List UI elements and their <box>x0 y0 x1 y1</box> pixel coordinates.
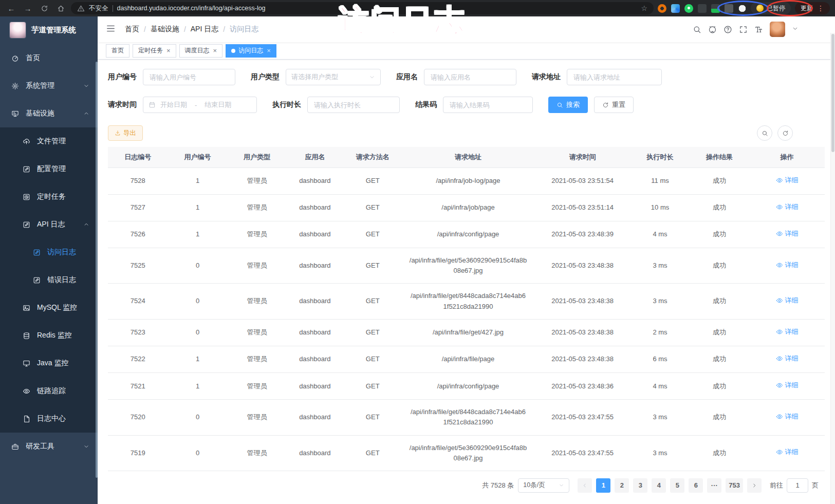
browser-home-button[interactable] <box>54 2 67 14</box>
extension-icon-grey[interactable] <box>725 4 733 13</box>
profile-paused-badge[interactable]: 已暂停 <box>751 2 791 14</box>
bookmark-star-icon[interactable]: ☆ <box>641 4 647 12</box>
detail-link[interactable]: 详细 <box>776 229 799 239</box>
extension-icon-on-badge[interactable] <box>711 4 720 13</box>
pagination-next-button[interactable] <box>747 478 762 493</box>
extension-icon-translate[interactable] <box>698 4 707 13</box>
tab-close-icon[interactable]: × <box>213 47 217 54</box>
request-url-input[interactable] <box>567 69 662 85</box>
extension-icon-blue-shield[interactable] <box>671 4 680 13</box>
sidebar-item-定时任务[interactable]: 定时任务 <box>0 183 98 211</box>
cell-method: GET <box>344 194 402 221</box>
user-avatar[interactable] <box>770 22 785 37</box>
header-search-icon[interactable] <box>693 25 701 34</box>
page-scrollbar[interactable] <box>830 33 835 504</box>
sidebar-item-MySQL 监控[interactable]: MySQL 监控 <box>0 294 98 322</box>
cell-url: /api/infra/config/page <box>402 221 534 248</box>
duration-input[interactable] <box>307 97 400 113</box>
breadcrumb-item-API 日志[interactable]: API 日志 <box>191 25 218 34</box>
sidebar-item-链路追踪[interactable]: 链路追踪 <box>0 377 98 405</box>
browser-back-button[interactable]: ← <box>5 2 17 14</box>
sidebar-item-label: Redis 监控 <box>37 331 72 340</box>
sidebar-item-错误日志[interactable]: 错误日志 <box>0 266 98 294</box>
sidebar-item-基础设施[interactable]: 基础设施 <box>0 100 98 127</box>
sidebar-item-API 日志[interactable]: API 日志 <box>0 211 98 238</box>
detail-link[interactable]: 详细 <box>776 295 799 306</box>
github-icon[interactable] <box>708 25 717 34</box>
tab-定时任务[interactable]: 定时任务× <box>133 44 176 58</box>
refresh-table-button[interactable] <box>777 125 793 141</box>
app-name-input[interactable] <box>424 69 516 85</box>
pagination-more[interactable]: ··· <box>707 478 721 493</box>
hamburger-icon[interactable] <box>106 24 116 35</box>
user-id-input[interactable] <box>143 69 235 85</box>
detail-link[interactable]: 详细 <box>776 202 799 212</box>
cell-user_type: 管理员 <box>228 435 286 471</box>
sidebar-item-系统管理[interactable]: 系统管理 <box>0 72 98 100</box>
detail-link[interactable]: 详细 <box>776 447 799 457</box>
show-search-button[interactable] <box>757 125 772 141</box>
sidebar-item-label: 研发工具 <box>26 442 54 451</box>
font-size-icon[interactable] <box>754 25 763 34</box>
pagination-prev-button[interactable] <box>578 478 592 493</box>
result-code-input[interactable] <box>443 97 533 113</box>
tab-close-icon[interactable]: × <box>166 47 171 54</box>
eye-icon <box>776 262 783 269</box>
sidebar-item-文件管理[interactable]: 文件管理 <box>0 127 98 155</box>
sidebar-item-Redis 监控[interactable]: Redis 监控 <box>0 322 98 349</box>
sidebar-item-首页[interactable]: 首页 <box>0 44 98 72</box>
browser-reload-button[interactable] <box>38 2 50 14</box>
log-center-icon <box>23 415 30 423</box>
user-type-select[interactable]: 请选择用户类型 <box>286 69 381 85</box>
pagination-page-5[interactable]: 5 <box>670 478 684 493</box>
export-button[interactable]: 导出 <box>108 125 143 141</box>
detail-link[interactable]: 详细 <box>776 260 799 270</box>
browser-url-bar[interactable]: 不安全 dashboard.yudao.iocoder.cn/infra/log… <box>71 2 654 14</box>
page-scrollbar-thumb[interactable] <box>831 34 834 152</box>
breadcrumb-item-首页[interactable]: 首页 <box>125 25 139 34</box>
cell-result: 成功 <box>690 248 749 284</box>
reset-button[interactable]: 重置 <box>594 97 634 113</box>
sidebar-item-配置管理[interactable]: 配置管理 <box>0 155 98 183</box>
date-range-picker[interactable]: 开始日期 - 结束日期 <box>143 97 257 113</box>
sidebar-item-研发工具[interactable]: 研发工具 <box>0 433 98 460</box>
pagination-page-4[interactable]: 4 <box>652 478 666 493</box>
pagination-page-1[interactable]: 1 <box>596 478 610 493</box>
detail-link[interactable]: 详细 <box>776 412 799 422</box>
fullscreen-icon[interactable] <box>739 25 748 34</box>
detail-link[interactable]: 详细 <box>776 353 799 364</box>
breadcrumb-item-基础设施[interactable]: 基础设施 <box>151 25 179 34</box>
cell-user_id: 0 <box>168 284 227 319</box>
pagination-page-6[interactable]: 6 <box>689 478 703 493</box>
avatar-caret-down-icon[interactable] <box>792 25 799 34</box>
goto-page-input[interactable] <box>787 478 808 493</box>
pagination-page-753[interactable]: 753 <box>726 478 743 493</box>
browser-forward-button[interactable]: → <box>22 2 34 14</box>
tab-调度日志[interactable]: 调度日志× <box>179 44 223 58</box>
sidebar-item-Java 监控[interactable]: Java 监控 <box>0 349 98 377</box>
browser-menu-icon[interactable]: ⋮ <box>817 4 824 12</box>
page-size-select[interactable]: 10条/页 <box>518 478 569 493</box>
pagination-total: 共 7528 条 <box>482 481 514 490</box>
detail-link[interactable]: 详细 <box>776 175 799 185</box>
extension-icon-orange[interactable] <box>658 4 666 13</box>
pagination-page-2[interactable]: 2 <box>615 478 629 493</box>
pagination-page-3[interactable]: 3 <box>633 478 647 493</box>
tab-访问日志[interactable]: 访问日志× <box>226 44 276 58</box>
search-button[interactable]: 搜索 <box>548 97 588 113</box>
tab-首页[interactable]: 首页 <box>106 44 129 58</box>
cell-user_id: 0 <box>168 248 227 284</box>
chrome-update-button[interactable]: 更新 ⋮ <box>795 2 830 14</box>
extension-icon-green[interactable] <box>684 4 693 13</box>
sidebar-item-日志中心[interactable]: 日志中心 <box>0 405 98 433</box>
table-row-7527: 75271管理员dashboardGET/api/infra/job/page2… <box>108 194 825 221</box>
extension-icon-paw[interactable] <box>738 4 747 13</box>
tab-close-icon[interactable]: × <box>267 47 271 54</box>
detail-link[interactable]: 详细 <box>776 327 799 337</box>
sidebar-logo-row[interactable]: 芋道管理系统 <box>0 16 98 43</box>
detail-link[interactable]: 详细 <box>776 380 799 390</box>
sidebar-item-访问日志[interactable]: 访问日志 <box>0 238 98 266</box>
reload-icon <box>41 5 48 12</box>
cell-app: dashboard <box>286 221 343 248</box>
help-icon[interactable] <box>723 25 732 34</box>
